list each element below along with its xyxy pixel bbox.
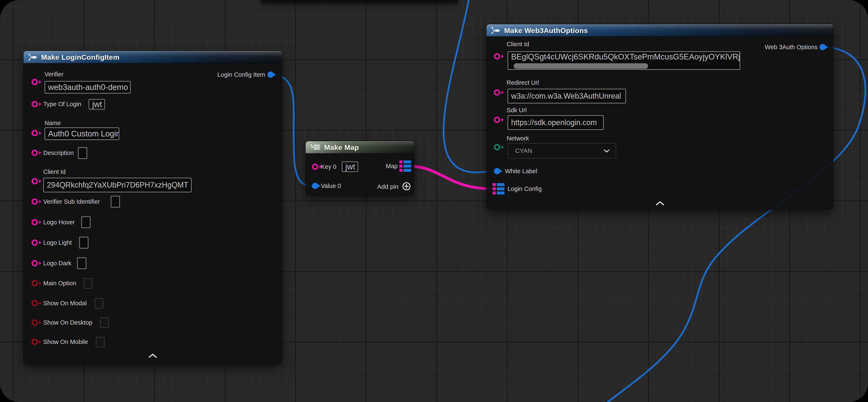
input-pin-white-label[interactable]	[494, 168, 500, 174]
client-id-scrollbar[interactable]	[514, 63, 648, 69]
make-struct-icon	[28, 53, 37, 61]
client-id-text: BEglQSgt4cUWcj6SKRdu5QkOXTsePmMcusG5EAoy…	[511, 52, 740, 61]
wire-map-to-login-config[interactable]	[412, 166, 492, 189]
show-on-desktop-checkbox[interactable]	[100, 317, 109, 328]
collapse-node-button[interactable]	[656, 201, 664, 206]
input-pin-verifier-sub-identifier[interactable]	[32, 199, 38, 205]
input-pin-description[interactable]	[32, 150, 38, 156]
output-pin-label: Login Config Item	[217, 71, 265, 78]
input-pin-logo-dark[interactable]	[32, 260, 38, 266]
pin-label-show-on-mobile: Show On Mobile	[43, 339, 88, 345]
input-pin-show-on-desktop[interactable]	[32, 319, 38, 326]
blueprint-editor: { "colors": { "wire_blue": "#1b6fd0", "w…	[0, 0, 868, 402]
make-map-icon	[310, 144, 320, 151]
input-pin-redirect-url[interactable]	[494, 89, 500, 96]
type-of-login-input[interactable]: jwt	[89, 99, 105, 110]
graph-canvas[interactable]: Make LoginConfigItem Login Config Item V…	[0, 0, 868, 402]
input-pin-main-option[interactable]	[32, 280, 38, 286]
input-pin-verifier[interactable]	[32, 79, 38, 85]
pin-label-type-of-login: Type Of Login	[43, 101, 81, 108]
input-pin-logo-hover[interactable]	[32, 219, 38, 225]
node-make-login-config-item[interactable]: Make LoginConfigItem Login Config Item V…	[24, 51, 282, 364]
output-pin-label: Web 3Auth Options	[765, 44, 817, 51]
input-pin-key0[interactable]	[312, 164, 318, 170]
node-make-web3auth-options[interactable]: Make Web3AuthOptions Web 3Auth Options C…	[487, 24, 833, 209]
input-pin-show-on-mobile[interactable]	[32, 339, 38, 345]
key0-input[interactable]: jwt	[342, 162, 358, 172]
input-pin-value0[interactable]	[312, 183, 318, 189]
input-pin-client-id[interactable]	[32, 178, 38, 184]
input-pin-login-config[interactable]	[493, 183, 504, 195]
pin-label-redirect-url: Redirect Url	[507, 79, 539, 86]
node-title: Make LoginConfigItem	[41, 53, 120, 61]
pin-label-logo-light: Logo Light	[43, 239, 72, 246]
add-pin-label: Add pin	[377, 183, 399, 190]
chevron-down-icon	[603, 147, 610, 154]
pin-label-key0: Key 0	[321, 163, 336, 170]
pin-label-sdk-url: Sdk Url	[507, 107, 527, 114]
make-struct-icon	[491, 26, 500, 35]
show-on-mobile-checkbox[interactable]	[96, 337, 104, 347]
name-input[interactable]: Auth0 Custom Login	[44, 127, 119, 140]
pin-label-verifier-sub-identifier: Verifier Sub Identifier	[43, 198, 100, 205]
pin-label-verifier: Verifier	[44, 71, 63, 78]
pin-label-client-id: Client Id	[507, 41, 529, 48]
main-option-checkbox[interactable]	[84, 278, 92, 289]
collapse-node-button[interactable]	[148, 353, 157, 359]
node-title: Make Map	[324, 143, 359, 151]
logo-hover-input[interactable]	[81, 217, 91, 228]
verifier-sub-identifier-input[interactable]	[111, 196, 120, 207]
input-pin-sdk-url[interactable]	[494, 117, 500, 123]
input-pin-network[interactable]	[494, 144, 500, 150]
input-pin-show-on-modal[interactable]	[32, 300, 38, 306]
wire-top-to-white-label[interactable]	[444, 0, 494, 172]
network-dropdown[interactable]: CYAN	[507, 143, 616, 159]
node-header[interactable]: Make Web3AuthOptions	[487, 24, 833, 36]
chevron-up-icon	[148, 353, 157, 358]
pin-label-show-on-desktop: Show On Desktop	[43, 319, 92, 326]
pin-label-value0: Value 0	[321, 182, 341, 190]
output-pin-login-config-item[interactable]	[268, 71, 274, 78]
logo-light-input[interactable]	[79, 237, 88, 249]
pin-label-white-label: White Label	[505, 168, 537, 175]
pin-label-network: Network	[507, 135, 529, 142]
redirect-url-input[interactable]: w3a://com.w3a.Web3AuthUnreal	[507, 89, 626, 104]
description-input[interactable]	[78, 147, 87, 159]
output-pin-web3auth-options[interactable]	[819, 44, 826, 50]
verifier-input[interactable]: web3auth-auth0-demo	[44, 81, 131, 93]
show-on-modal-checkbox[interactable]	[95, 298, 103, 309]
pin-label-client-id: Client Id	[43, 168, 66, 175]
node-make-map[interactable]: Make Map Key 0 jwt Map Value 0 Add pin	[306, 141, 414, 195]
input-pin-logo-light[interactable]	[32, 239, 38, 246]
pin-label-show-on-modal: Show On Modal	[43, 300, 87, 307]
pin-label-logo-dark: Logo Dark	[43, 260, 71, 267]
pin-label-name: Name	[44, 120, 61, 126]
logo-dark-input[interactable]	[77, 257, 86, 269]
input-pin-name[interactable]	[32, 130, 38, 136]
pin-label-login-config: Login Config	[507, 185, 542, 192]
node-title: Make Web3AuthOptions	[504, 27, 588, 35]
plus-circle-icon	[402, 182, 411, 191]
chevron-up-icon	[656, 201, 664, 206]
client-id-input[interactable]: 294QRkchfq2YaXUbPri7D6PH7xzHgQMT	[43, 178, 192, 192]
client-id-input[interactable]: BEglQSgt4cUWcj6SKRdu5QkOXTsePmMcusG5EAoy…	[507, 51, 740, 70]
pin-label-description: Description	[43, 149, 74, 156]
pin-label-logo-hover: Logo Hover	[43, 219, 75, 226]
sdk-url-input[interactable]: https://sdk.openlogin.com	[507, 115, 604, 130]
network-selected-value: CYAN	[515, 147, 532, 154]
pin-label-map: Map	[386, 163, 398, 170]
input-pin-type-of-login[interactable]	[32, 101, 38, 107]
output-pin-map[interactable]	[399, 161, 411, 172]
pin-label-main-option: Main Option	[43, 280, 76, 287]
node-header[interactable]: Make Map	[306, 141, 414, 153]
add-pin-button[interactable]	[402, 182, 411, 192]
input-pin-client-id[interactable]	[494, 53, 500, 59]
node-header[interactable]: Make LoginConfigItem	[24, 51, 282, 63]
